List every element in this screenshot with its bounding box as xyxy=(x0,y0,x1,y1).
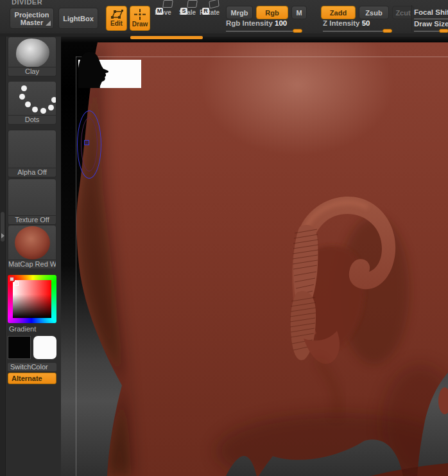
shelf-scrollbar[interactable] xyxy=(130,36,203,39)
focal-shift-slider[interactable] xyxy=(414,19,448,19)
brush-selector-clay[interactable]: Clay xyxy=(8,37,56,76)
matcap-label: MatCap Red Wax xyxy=(8,260,56,269)
texture-off-label: Texture Off xyxy=(8,216,56,225)
rgb-intensity-slider[interactable] xyxy=(226,31,302,31)
scale-button[interactable]: S Scale xyxy=(178,8,197,31)
z-intensity-slider-label: Z Intensity 50 xyxy=(323,19,370,27)
matcap-thumbnail[interactable] xyxy=(8,225,56,260)
saturation-value-square[interactable] xyxy=(13,280,51,318)
top-shelf-toolbar: DIVIDER Projection Master LightBox Edit xyxy=(0,0,448,37)
tray-divider-strip xyxy=(0,37,6,476)
sculpted-head-model xyxy=(61,37,448,476)
m-mode-button[interactable]: M xyxy=(291,6,307,19)
zadd-mode-button[interactable]: Zadd xyxy=(321,6,356,19)
edit-label: Edit xyxy=(110,20,123,28)
clay-brush-thumbnail[interactable] xyxy=(8,37,56,67)
rgb-intensity-value: 100 xyxy=(275,19,287,27)
zcut-mode-button-disabled: Zcut xyxy=(392,6,414,19)
color-swatches xyxy=(8,336,56,360)
dot-icon xyxy=(48,105,54,110)
secondary-color-swatch[interactable] xyxy=(33,336,56,359)
document-frame-left-line xyxy=(76,57,76,476)
brush-inner-ring-icon xyxy=(81,118,98,172)
silhouette-preview-box xyxy=(78,60,141,88)
left-tray: Clay Dots Alpha Off Texture Off xyxy=(0,37,61,476)
alternate-button[interactable]: Alternate xyxy=(8,373,56,384)
alpha-selector[interactable]: Alpha Off xyxy=(8,130,56,177)
draw-label: Draw xyxy=(132,21,148,28)
alpha-off-thumbnail[interactable] xyxy=(8,130,56,168)
rgb-intensity-slider-handle[interactable] xyxy=(293,29,302,33)
main-color-swatch[interactable] xyxy=(8,336,31,359)
divider-label: DIVIDER xyxy=(12,0,42,6)
dots-label: Dots xyxy=(8,116,56,125)
toolbar-separator xyxy=(411,5,412,32)
draw-crosshair-icon xyxy=(134,9,146,20)
draw-size-slider-handle[interactable] xyxy=(439,29,448,33)
texture-selector[interactable]: Texture Off xyxy=(8,179,56,225)
head-silhouette-icon xyxy=(78,51,141,88)
draw-button[interactable]: Draw xyxy=(130,6,150,31)
move-button[interactable]: M Move xyxy=(153,8,173,31)
texture-off-thumbnail[interactable] xyxy=(8,179,56,216)
matcap-sphere-icon xyxy=(15,226,50,260)
clay-ball-icon xyxy=(16,39,49,67)
sv-selector-icon[interactable] xyxy=(14,281,19,286)
zbrush-window: DIVIDER Projection Master LightBox Edit xyxy=(0,0,448,476)
popup-indicator-triangle-icon xyxy=(46,21,51,26)
mrgb-mode-button[interactable]: Mrgb xyxy=(226,6,253,19)
zsub-mode-button[interactable]: Zsub xyxy=(359,6,389,19)
z-intensity-slider-handle[interactable] xyxy=(383,29,392,33)
z-intensity-slider[interactable] xyxy=(323,31,392,31)
projection-master-button[interactable]: Projection Master xyxy=(10,8,54,29)
z-intensity-value: 50 xyxy=(362,19,370,27)
alpha-off-label: Alpha Off xyxy=(8,168,56,177)
tray-collapse-arrow-icon[interactable] xyxy=(1,233,4,238)
gradient-label: Gradient xyxy=(8,325,56,334)
draw-size-slider-label: Draw Size xyxy=(414,20,448,28)
edit-button[interactable]: Edit xyxy=(106,6,127,31)
sculpt-viewport[interactable] xyxy=(61,37,448,476)
stroke-selector-dots[interactable]: Dots xyxy=(8,81,56,125)
focal-shift-slider-label: Focal Shift xyxy=(414,8,448,16)
rgb-intensity-slider-label: Rgb Intensity 100 xyxy=(226,19,287,27)
dot-icon xyxy=(25,101,31,107)
dot-icon xyxy=(21,85,27,91)
dot-icon xyxy=(51,97,56,103)
color-picker-gradient[interactable]: Gradient xyxy=(8,275,56,334)
lightbox-label: LightBox xyxy=(63,15,94,22)
brush-cursor xyxy=(77,110,101,179)
dot-icon xyxy=(19,94,25,100)
material-selector-matcap-red-wax[interactable]: MatCap Red Wax xyxy=(8,225,56,269)
clay-label: Clay xyxy=(8,67,56,76)
hue-ring[interactable] xyxy=(8,275,56,323)
rotate-button[interactable]: R Rotate xyxy=(200,8,219,31)
dots-stroke-thumbnail[interactable] xyxy=(8,81,56,116)
edit-gizmo-icon xyxy=(110,9,124,19)
rgb-mode-button[interactable]: Rgb xyxy=(256,6,288,19)
dot-icon xyxy=(32,107,38,112)
switchcolor-button[interactable]: SwitchColor xyxy=(8,363,56,371)
brush-center-square-icon xyxy=(84,140,89,145)
lightbox-button[interactable]: LightBox xyxy=(58,8,98,29)
dot-icon xyxy=(40,108,46,114)
